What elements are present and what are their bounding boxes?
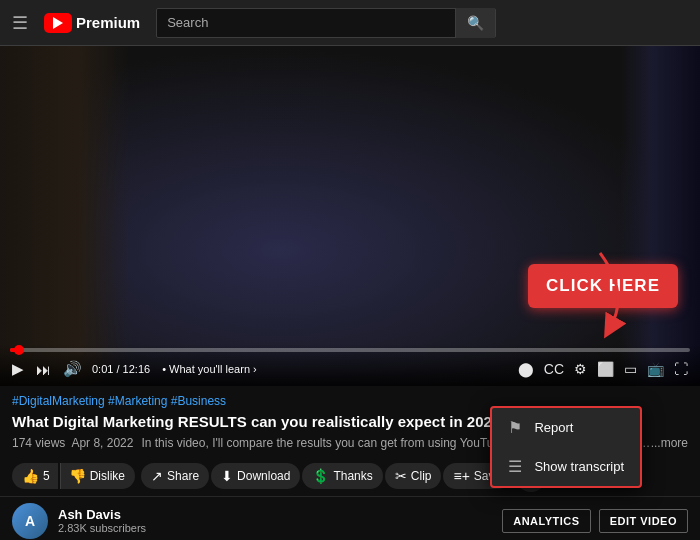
hamburger-menu[interactable]: ☰: [12, 12, 28, 34]
miniplayer-button[interactable]: ⬜: [595, 359, 616, 379]
progress-bar[interactable]: [10, 348, 690, 352]
edit-video-button[interactable]: EDIT VIDEO: [599, 509, 688, 533]
dislike-icon: 👎: [69, 468, 86, 484]
header: ☰ Premium 🔍: [0, 0, 700, 46]
channel-row: A Ash Davis 2.83K subscribers ANALYTICS …: [0, 497, 700, 541]
mute-button[interactable]: 🔊: [61, 358, 84, 380]
subtitles-button[interactable]: ⬤: [516, 359, 536, 379]
time-display: 0:01 / 12:16: [92, 363, 150, 375]
clip-button[interactable]: ✂ Clip: [385, 463, 442, 489]
thanks-label: Thanks: [333, 469, 372, 483]
channel-info: Ash Davis 2.83K subscribers: [58, 507, 492, 534]
download-icon: ⬇: [221, 468, 233, 484]
share-label: Share: [167, 469, 199, 483]
shelf-decoration-left: [0, 46, 130, 386]
youtube-logo[interactable]: Premium: [44, 13, 140, 33]
dropdown-menu: ⚑ Report ☰ Show transcript: [490, 406, 642, 488]
yt-premium-label: Premium: [76, 14, 140, 31]
like-button[interactable]: 👍 5: [12, 463, 58, 489]
channel-subscribers: 2.83K subscribers: [58, 522, 492, 534]
dislike-label: Dislike: [90, 469, 125, 483]
chapter-label: • What you'll learn ›: [162, 363, 257, 375]
video-player[interactable]: CLICK HERE ▶ ⏭ 🔊 0:01 / 12:16 • What you…: [0, 46, 700, 386]
channel-name[interactable]: Ash Davis: [58, 507, 492, 522]
arrow-annotation: [520, 243, 640, 346]
channel-buttons: ANALYTICS EDIT VIDEO: [502, 509, 688, 533]
clip-icon: ✂: [395, 468, 407, 484]
share-button[interactable]: ↗ Share: [141, 463, 209, 489]
publish-date: Apr 8, 2022: [71, 436, 133, 450]
share-icon: ↗: [151, 468, 163, 484]
channel-avatar[interactable]: A: [12, 503, 48, 539]
thanks-button[interactable]: 💲 Thanks: [302, 463, 382, 489]
yt-icon: [44, 13, 72, 33]
search-bar: 🔍: [156, 8, 496, 38]
thanks-icon: 💲: [312, 468, 329, 484]
search-input[interactable]: [157, 15, 455, 30]
progress-dot: [14, 345, 24, 355]
download-button[interactable]: ⬇ Download: [211, 463, 300, 489]
next-button[interactable]: ⏭: [34, 359, 53, 380]
show-more-button[interactable]: ...more: [651, 436, 688, 450]
play-button[interactable]: ▶: [10, 358, 26, 380]
view-count: 174 views: [12, 436, 65, 450]
settings-button[interactable]: ⚙: [572, 359, 589, 379]
fullscreen-button[interactable]: ⛶: [672, 359, 690, 379]
report-label: Report: [534, 420, 573, 435]
like-count: 5: [43, 469, 50, 483]
theater-button[interactable]: ▭: [622, 359, 639, 379]
download-label: Download: [237, 469, 290, 483]
captions-button[interactable]: CC: [542, 359, 566, 379]
like-icon: 👍: [22, 468, 39, 484]
transcript-icon: ☰: [508, 457, 522, 476]
right-controls: ⬤ CC ⚙ ⬜ ▭ 📺 ⛶: [516, 359, 690, 379]
show-transcript-item[interactable]: ☰ Show transcript: [492, 447, 640, 486]
save-icon: ≡+: [453, 468, 469, 484]
analytics-button[interactable]: ANALYTICS: [502, 509, 590, 533]
cast-button[interactable]: 📺: [645, 359, 666, 379]
report-item[interactable]: ⚑ Report: [492, 408, 640, 447]
search-button[interactable]: 🔍: [455, 8, 495, 38]
transcript-label: Show transcript: [534, 459, 624, 474]
report-icon: ⚑: [508, 418, 522, 437]
controls-row: ▶ ⏭ 🔊 0:01 / 12:16 • What you'll learn ›…: [10, 358, 690, 380]
clip-label: Clip: [411, 469, 432, 483]
player-controls: ▶ ⏭ 🔊 0:01 / 12:16 • What you'll learn ›…: [0, 344, 700, 386]
dislike-button[interactable]: 👎 Dislike: [60, 463, 135, 489]
